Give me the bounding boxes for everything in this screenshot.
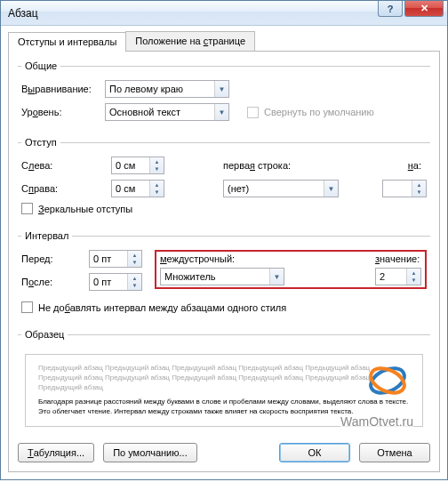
legend-general: Общие: [21, 60, 60, 71]
preview-box: Предыдущий абзац Предыдущий абзац Предыд…: [25, 354, 423, 427]
svg-point-1: [367, 364, 408, 398]
label-nospace: Не добавлять интервал между абзацами одн…: [38, 302, 286, 313]
group-general: Общие Выравнивание: По левому краю ▼ Уро…: [18, 60, 430, 133]
label-linespacing: междустрочный:: [160, 253, 368, 264]
cancel-button[interactable]: Отмена: [359, 443, 430, 462]
close-button[interactable]: ✕: [404, 1, 444, 17]
legend-spacing: Интервал: [21, 230, 72, 241]
checkbox-nospace[interactable]: [21, 301, 33, 313]
label-alignment: Выравнивание:: [21, 84, 100, 94]
spin-before[interactable]: 0 пт▲▼: [89, 250, 142, 268]
group-preview: Образец Предыдущий абзац Предыдущий абза…: [18, 329, 430, 436]
label-collapse: Свернуть по умолчанию: [264, 107, 374, 117]
label-level: Уровень:: [21, 107, 100, 117]
checkbox-collapse[interactable]: [247, 107, 259, 118]
spin-by[interactable]: ▲▼: [382, 180, 427, 197]
group-spacing: Интервал Перед: 0 пт▲▼ После: 0 пт▲▼ м: [18, 230, 430, 325]
label-by: на:: [408, 160, 421, 171]
label-mirror: Зеркальные отступы: [38, 204, 132, 214]
tabs-button[interactable]: Табуляция...: [18, 443, 94, 462]
combo-level[interactable]: Основной текст ▼: [105, 103, 229, 121]
chevron-down-icon: ▼: [214, 81, 228, 97]
group-indent: Отступ Слева: 0 см▲▼ первая строка: на: …: [18, 137, 430, 227]
preview-gray-text: Предыдущий абзац Предыдущий абзац Предыд…: [38, 364, 410, 392]
spin-left[interactable]: 0 см▲▼: [111, 157, 164, 174]
spin-after[interactable]: 0 пт▲▼: [89, 273, 142, 291]
label-right: Справа:: [21, 183, 106, 194]
ok-button[interactable]: ОК: [279, 443, 350, 462]
label-at: значение:: [375, 253, 421, 264]
help-button[interactable]: ?: [378, 1, 403, 17]
label-before: Перед:: [21, 253, 84, 264]
default-button[interactable]: По умолчанию...: [103, 443, 197, 462]
chevron-down-icon: ▼: [269, 269, 284, 285]
spin-at[interactable]: 2▲▼: [375, 268, 421, 285]
combo-linespacing[interactable]: Множитель▼: [160, 268, 284, 285]
combo-alignment[interactable]: По левому краю ▼: [105, 80, 229, 98]
legend-preview: Образец: [21, 329, 68, 340]
legend-indent: Отступ: [21, 137, 60, 148]
label-left: Слева:: [21, 160, 106, 171]
tab-page-position[interactable]: Положение на странице: [125, 31, 255, 51]
window-title: Абзац: [8, 7, 38, 20]
checkbox-mirror[interactable]: [21, 203, 33, 214]
label-after: После:: [21, 277, 84, 287]
spin-right[interactable]: 0 см▲▼: [111, 180, 164, 197]
tab-strip: Отступы и интервалы Положение на страниц…: [8, 31, 440, 52]
watermark-text: WamOtvet.ru: [340, 414, 413, 430]
chevron-down-icon: ▼: [214, 104, 228, 120]
chevron-down-icon: ▼: [324, 181, 338, 197]
tab-indents-spacing[interactable]: Отступы и интервалы: [8, 32, 126, 52]
label-firstline: первая строка:: [223, 160, 377, 171]
watermark-logo-icon: [365, 358, 410, 403]
title-bar: Абзац ? ✕: [1, 1, 447, 26]
combo-firstline[interactable]: (нет)▼: [223, 180, 339, 197]
